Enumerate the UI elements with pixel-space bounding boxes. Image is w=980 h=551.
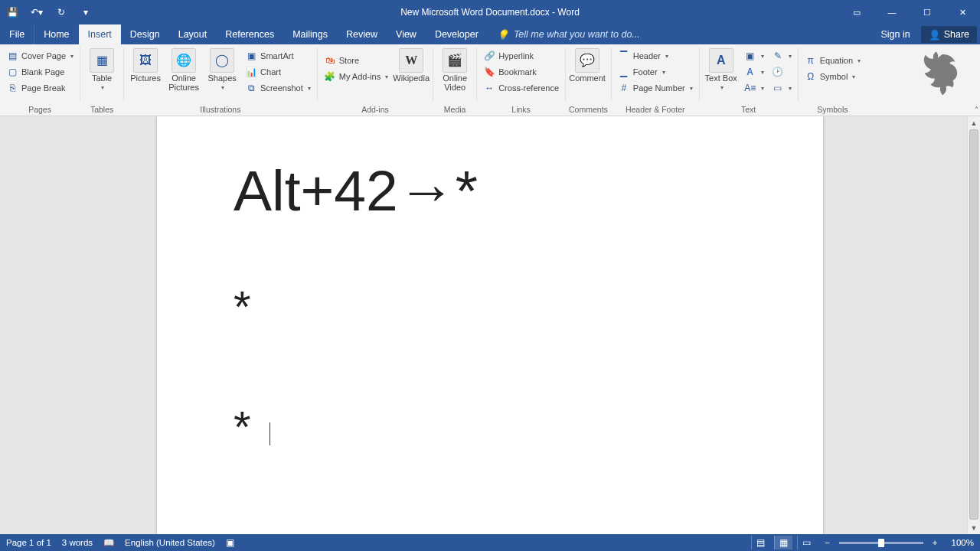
quick-parts-icon: ▣ xyxy=(744,50,756,62)
store-button[interactable]: 🛍Store xyxy=(321,54,391,67)
group-comments: 💬Comment Comments xyxy=(566,44,611,116)
store-icon: 🛍 xyxy=(324,54,336,67)
equation-button[interactable]: πEquation xyxy=(802,54,864,67)
share-label: Share xyxy=(944,29,969,40)
save-icon[interactable]: 💾 xyxy=(5,5,20,20)
wikipedia-button[interactable]: WWikipedia xyxy=(393,46,430,83)
sign-in-button[interactable]: Sign in xyxy=(873,29,917,40)
footer-button[interactable]: ▁Footer xyxy=(615,65,696,79)
scrollbar-thumb[interactable] xyxy=(969,129,978,520)
table-button[interactable]: ▦ Table xyxy=(83,46,120,91)
wordart-icon: A xyxy=(744,66,756,78)
group-label: Illustrations xyxy=(127,105,314,116)
group-links: 🔗Hyperlink 🔖Bookmark ↔Cross-reference Li… xyxy=(477,44,565,116)
document-area: Alt+42→* * * ▲ ▼ xyxy=(0,116,980,534)
tab-layout[interactable]: Layout xyxy=(169,24,217,44)
page-break-button[interactable]: ⎘Page Break xyxy=(3,81,77,95)
group-label: Header & Footer xyxy=(615,105,696,116)
page-number-icon: # xyxy=(618,82,630,94)
maximize-button[interactable]: ☐ xyxy=(910,0,945,24)
group-label: Text xyxy=(703,105,795,116)
status-page[interactable]: Page 1 of 1 xyxy=(6,538,51,547)
tab-insert[interactable]: Insert xyxy=(79,24,121,44)
online-video-button[interactable]: 🎬Online Video xyxy=(436,46,473,92)
group-label: Media xyxy=(436,105,473,116)
footer-icon: ▁ xyxy=(618,66,630,78)
zoom-slider-knob[interactable] xyxy=(878,539,884,547)
blank-page-button[interactable]: ▢Blank Page xyxy=(3,65,77,79)
status-language[interactable]: English (United States) xyxy=(125,538,215,547)
doc-line-2[interactable]: * xyxy=(234,281,754,332)
signature-line-button[interactable]: ✎ xyxy=(769,49,795,63)
date-time-icon: 🕑 xyxy=(772,66,784,78)
menu-right: Sign in 👤Share xyxy=(873,24,980,44)
doc-line-3[interactable]: * xyxy=(234,401,754,452)
document-page[interactable]: Alt+42→* * * xyxy=(157,116,823,534)
group-label: Links xyxy=(480,105,562,116)
collapse-ribbon-icon[interactable]: ˄ xyxy=(975,106,978,114)
my-addins-icon: 🧩 xyxy=(324,70,336,83)
pictures-icon: 🖼 xyxy=(133,48,158,73)
group-label: Add-ins xyxy=(321,105,430,116)
date-time-button[interactable]: 🕑 xyxy=(769,65,795,79)
zoom-out-button[interactable]: − xyxy=(820,538,835,547)
drop-cap-button[interactable]: A≡ xyxy=(741,81,767,95)
cover-page-button[interactable]: ▤Cover Page xyxy=(3,49,77,63)
print-layout-button[interactable]: ▦ xyxy=(774,536,792,549)
cross-reference-button[interactable]: ↔Cross-reference xyxy=(480,81,562,95)
ribbon-display-options-icon[interactable]: ▭ xyxy=(839,0,874,24)
zoom-level[interactable]: 100% xyxy=(947,538,974,547)
text-box-icon: A xyxy=(709,48,733,73)
hyperlink-button[interactable]: 🔗Hyperlink xyxy=(480,49,562,63)
symbol-icon: Ω xyxy=(805,70,817,83)
online-pictures-button[interactable]: 🌐Online Pictures xyxy=(165,46,202,92)
bookmark-button[interactable]: 🔖Bookmark xyxy=(480,65,562,79)
comment-button[interactable]: 💬Comment xyxy=(569,46,606,83)
header-button[interactable]: ▔Header xyxy=(615,49,696,63)
object-button[interactable]: ▭ xyxy=(769,81,795,95)
tab-review[interactable]: Review xyxy=(337,24,387,44)
share-icon: 👤 xyxy=(929,29,941,41)
text-box-button[interactable]: AText Box xyxy=(703,46,740,91)
spellcheck-icon[interactable]: 📖 xyxy=(103,537,114,548)
web-layout-button[interactable]: ▭ xyxy=(797,536,815,549)
chart-button[interactable]: 📊Chart xyxy=(242,65,314,79)
close-button[interactable]: ✕ xyxy=(945,0,980,24)
scroll-up-icon[interactable]: ▲ xyxy=(968,116,980,129)
undo-icon[interactable]: ↶▾ xyxy=(29,5,44,20)
read-mode-button[interactable]: ▤ xyxy=(751,536,769,549)
tab-references[interactable]: References xyxy=(216,24,283,44)
status-words[interactable]: 3 words xyxy=(62,538,93,547)
tab-view[interactable]: View xyxy=(387,24,426,44)
share-button[interactable]: 👤Share xyxy=(921,26,977,43)
smartart-icon: ▣ xyxy=(245,50,257,62)
tab-design[interactable]: Design xyxy=(121,24,169,44)
screenshot-button[interactable]: ⧉Screenshot xyxy=(242,81,314,95)
tab-file[interactable]: File xyxy=(0,24,34,44)
zoom-in-button[interactable]: + xyxy=(928,538,942,547)
scroll-down-icon[interactable]: ▼ xyxy=(968,521,980,534)
tab-home[interactable]: Home xyxy=(34,24,78,44)
shapes-button[interactable]: ◯Shapes xyxy=(204,46,240,91)
wordart-button[interactable]: A xyxy=(741,65,767,79)
wikipedia-icon: W xyxy=(399,48,423,73)
smartart-button[interactable]: ▣SmartArt xyxy=(242,49,314,63)
tab-developer[interactable]: Developer xyxy=(426,24,488,44)
redo-icon[interactable]: ↻ xyxy=(54,5,69,20)
macro-recording-icon[interactable]: ▣ xyxy=(226,537,234,548)
group-text: AText Box ▣ A A≡ ✎ 🕑 ▭ Text xyxy=(700,44,798,116)
tab-mailings[interactable]: Mailings xyxy=(283,24,337,44)
symbol-button[interactable]: ΩSymbol xyxy=(802,70,864,83)
pictures-button[interactable]: 🖼Pictures xyxy=(127,46,164,83)
page-number-button[interactable]: #Page Number xyxy=(615,81,696,95)
group-illustrations: 🖼Pictures 🌐Online Pictures ◯Shapes ▣Smar… xyxy=(124,44,317,116)
zoom-slider[interactable] xyxy=(839,542,923,544)
minimize-button[interactable]: — xyxy=(874,0,910,24)
doc-line-1[interactable]: Alt+42→* xyxy=(234,162,754,220)
tell-me-search[interactable]: 💡Tell me what you want to do... xyxy=(488,24,649,44)
vertical-scrollbar[interactable]: ▲ ▼ xyxy=(967,116,980,534)
my-addins-button[interactable]: 🧩My Add-ins xyxy=(321,70,391,83)
group-label: Symbols xyxy=(802,105,864,116)
quick-parts-button[interactable]: ▣ xyxy=(741,49,767,63)
customize-qat-icon[interactable]: ▾ xyxy=(78,5,93,20)
